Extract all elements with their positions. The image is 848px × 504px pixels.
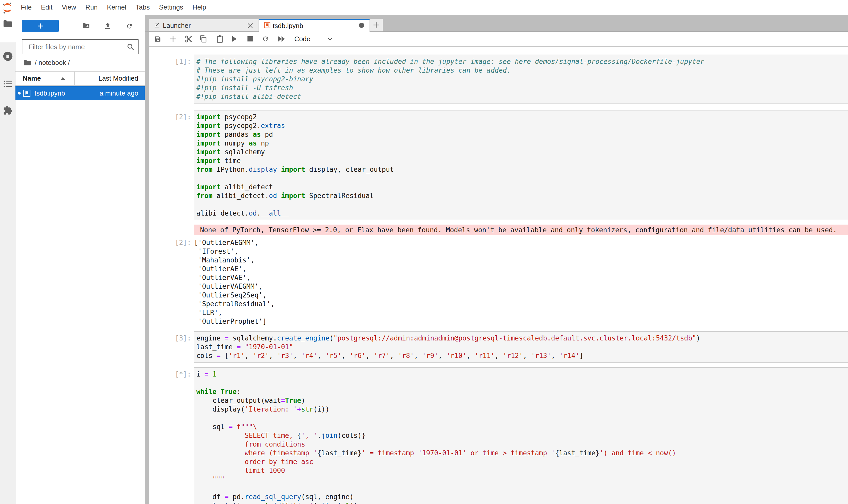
code-cell-1[interactable]: # The following libraries have already b… bbox=[194, 55, 848, 104]
new-launcher-button[interactable] bbox=[22, 20, 59, 32]
restart-icon bbox=[262, 35, 269, 43]
unsaved-changes-dot bbox=[359, 23, 364, 28]
run-all-icon bbox=[278, 36, 285, 42]
menu-item-tabs[interactable]: Tabs bbox=[131, 3, 154, 11]
column-divider bbox=[74, 72, 75, 85]
stop-button[interactable] bbox=[247, 32, 253, 46]
file-row-tsdb-ipynb[interactable]: tsdb.ipynb a minute ago bbox=[15, 86, 145, 100]
file-browser-panel: / notebook / Name Last Modified tsdb.ipy… bbox=[15, 15, 145, 504]
code-line: sql = f"""\ bbox=[196, 422, 848, 431]
stderr-text: None of PyTorch, TensorFlow >= 2.0, or F… bbox=[194, 224, 848, 234]
add-cell-button[interactable] bbox=[169, 32, 177, 46]
menu-item-run[interactable]: Run bbox=[81, 3, 103, 11]
menu-item-settings[interactable]: Settings bbox=[154, 3, 188, 11]
new-tab-button[interactable] bbox=[370, 19, 383, 32]
code-line: # The following libraries have already b… bbox=[196, 57, 848, 66]
code-line bbox=[196, 174, 848, 183]
code-line: #!pip install psycopg2-binary bbox=[196, 75, 848, 84]
file-modified: a minute ago bbox=[100, 86, 138, 100]
chevron-down-icon[interactable] bbox=[327, 32, 333, 46]
close-icon[interactable] bbox=[248, 23, 253, 28]
notebook-icon bbox=[264, 22, 270, 28]
code-line: alibi_detect.od.__all__ bbox=[196, 209, 848, 218]
code-line: #!pip install -U tsfresh bbox=[196, 84, 848, 92]
save-icon bbox=[154, 36, 161, 42]
code-cell-2[interactable]: import psycopg2import psycopg2.extrasimp… bbox=[194, 110, 848, 220]
menu-item-file[interactable]: File bbox=[16, 3, 36, 11]
sidebar-tab-running[interactable] bbox=[0, 51, 15, 61]
menu-item-view[interactable]: View bbox=[57, 3, 81, 11]
code-line: from conditions bbox=[196, 440, 848, 449]
menu-item-kernel[interactable]: Kernel bbox=[102, 3, 131, 11]
menu-item-edit[interactable]: Edit bbox=[36, 3, 57, 11]
column-header-name[interactable]: Name bbox=[23, 72, 41, 85]
jupyterlab-app: FileEditViewRunKernelTabsSettingsHelp bbox=[0, 0, 848, 504]
upload-button[interactable] bbox=[104, 23, 111, 30]
table-of-contents-icon bbox=[4, 80, 12, 88]
sidebar-tab-extensions[interactable] bbox=[0, 105, 15, 115]
refresh-button[interactable] bbox=[126, 23, 133, 30]
home-folder-icon[interactable] bbox=[23, 59, 31, 66]
search-icon bbox=[126, 43, 135, 52]
running-sessions-icon bbox=[3, 51, 13, 61]
menu-item-help[interactable]: Help bbox=[188, 3, 211, 11]
output-prompt: [2]: bbox=[149, 238, 191, 247]
copy-icon bbox=[200, 35, 207, 43]
code-line bbox=[196, 379, 848, 387]
input-prompt: [2]: bbox=[149, 112, 191, 121]
menu-bar: FileEditViewRunKernelTabsSettingsHelp bbox=[0, 0, 848, 15]
run-icon bbox=[232, 36, 237, 42]
tab-tsdb-ipynb[interactable]: tsdb.ipynb bbox=[259, 19, 370, 32]
code-line: from IPython.display import display, cle… bbox=[196, 165, 848, 174]
code-line: display('Iteration: '+str(i)) bbox=[196, 405, 848, 414]
sidebar-tab-filebrowser[interactable] bbox=[0, 20, 15, 28]
code-line: import pandas as pd bbox=[196, 130, 848, 139]
code-line: import numpy as np bbox=[196, 139, 848, 148]
sidebar-tab-toc[interactable] bbox=[0, 80, 15, 88]
code-line: cols = ['r1', 'r2', 'r3', 'r4', 'r5', 'r… bbox=[196, 351, 848, 360]
plus-icon bbox=[373, 22, 380, 28]
code-line: while True: bbox=[196, 387, 848, 396]
code-cell-4[interactable]: i = 1while True: clear_output(wait=True)… bbox=[194, 367, 848, 504]
code-line: limit 1000 bbox=[196, 466, 848, 475]
paste-icon bbox=[216, 35, 223, 43]
sort-ascending-icon bbox=[60, 77, 65, 80]
new-folder-button[interactable] bbox=[83, 23, 90, 29]
code-line: import time bbox=[196, 156, 848, 165]
file-name: tsdb.ipynb bbox=[35, 86, 65, 100]
run-all-button[interactable] bbox=[277, 32, 286, 46]
filter-files-input[interactable] bbox=[29, 40, 124, 54]
execution-result: ['OutlierAEGMM', 'IForest', 'Mahalanobis… bbox=[194, 238, 274, 326]
notebook-toolbar: Code bbox=[149, 32, 848, 47]
tab-active-label: tsdb.ipynb bbox=[273, 22, 303, 30]
code-line: clear_output(wait=True) bbox=[196, 396, 848, 405]
run-button[interactable] bbox=[231, 32, 238, 46]
cut-icon bbox=[185, 35, 193, 43]
tab-launcher[interactable]: Launcher bbox=[149, 19, 259, 32]
code-line: import psycopg2 bbox=[196, 112, 848, 121]
code-line bbox=[196, 484, 848, 492]
dock-panel: Launcher tsdb.ipynb bbox=[145, 15, 848, 504]
code-line: """ bbox=[196, 475, 848, 484]
input-prompt: [*]: bbox=[149, 370, 191, 379]
breadcrumb-path[interactable]: / notebook / bbox=[35, 59, 70, 67]
code-line: order by time asc bbox=[196, 457, 848, 466]
save-button[interactable] bbox=[154, 32, 162, 46]
cell-type-dropdown-value[interactable]: Code bbox=[294, 32, 310, 46]
copy-button[interactable] bbox=[200, 32, 207, 46]
paste-button[interactable] bbox=[216, 32, 223, 46]
code-line bbox=[196, 414, 848, 422]
code-line: i = 1 bbox=[196, 370, 848, 379]
notebook-scroll-area[interactable]: [1]:# The following libraries have alrea… bbox=[149, 47, 848, 504]
input-prompt: [1]: bbox=[149, 57, 191, 66]
code-line: # These are just left in as examples to … bbox=[196, 66, 848, 75]
code-cell-3[interactable]: engine = sqlalchemy.create_engine("postg… bbox=[194, 331, 848, 363]
file-list-header: Name Last Modified bbox=[15, 71, 145, 86]
column-header-modified[interactable]: Last Modified bbox=[98, 72, 138, 85]
notebook-icon bbox=[23, 90, 30, 97]
restart-button[interactable] bbox=[262, 32, 269, 46]
code-line: import alibi_detect bbox=[196, 183, 848, 191]
code-line: where (timestamp '{last_time}' = timesta… bbox=[196, 449, 848, 457]
cut-button[interactable] bbox=[184, 32, 193, 46]
code-line: from alibi_detect.od import SpectralResi… bbox=[196, 191, 848, 200]
